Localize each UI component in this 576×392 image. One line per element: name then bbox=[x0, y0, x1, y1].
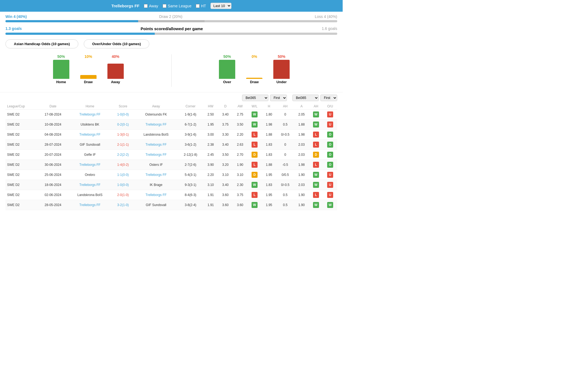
cell-ah2: D bbox=[309, 150, 323, 160]
cell-home: Gefle IF bbox=[68, 150, 112, 160]
home-team-link[interactable]: Trelleborgs FF bbox=[79, 113, 101, 116]
wdl-section: Win 4 (40%) Draw 2 (20%) Loss 4 (40%) bbox=[0, 12, 343, 24]
home-team-link[interactable]: Trelleborgs FF bbox=[79, 163, 101, 167]
ht-checkbox[interactable] bbox=[196, 4, 200, 8]
loss-label: Loss 4 (40%) bbox=[315, 14, 337, 19]
cell-score: 1-3(0-1) bbox=[112, 130, 134, 140]
col-hw: HW bbox=[203, 103, 218, 110]
away-checkbox-label[interactable]: Away bbox=[144, 4, 158, 8]
cell-corner: 2-12(1-8) bbox=[178, 150, 203, 160]
cell-league: SWE D2 bbox=[5, 170, 38, 180]
col-ah2: AH bbox=[309, 103, 323, 110]
cell-away: GIF Sundsvall bbox=[134, 200, 178, 210]
col-away: Away bbox=[134, 103, 178, 110]
score-text: 0-2(0-1) bbox=[117, 123, 129, 126]
chart-pct: 10% bbox=[85, 54, 92, 59]
table-body: SWE D2 17-08-2024 Trelleborgs FF 1-0(0-0… bbox=[5, 110, 337, 210]
away-team-link[interactable]: Trelleborgs FF bbox=[145, 193, 167, 197]
away-checkbox[interactable] bbox=[144, 4, 148, 8]
cell-ah: 0 bbox=[276, 150, 294, 160]
ou-badge: O bbox=[327, 152, 333, 158]
away-team-link[interactable]: Trelleborgs FF bbox=[145, 143, 167, 147]
col-corner: Corner bbox=[178, 103, 203, 110]
wl-badge: D bbox=[252, 152, 258, 158]
wl-badge: D bbox=[252, 172, 258, 178]
col-ah: AH bbox=[276, 103, 294, 110]
cell-ah2: L bbox=[309, 160, 323, 170]
cell-d: 3.40 bbox=[218, 110, 233, 120]
left-half-dropdown[interactable]: First Full bbox=[270, 95, 287, 101]
chart-bar bbox=[53, 60, 69, 79]
cell-score: 2-2(2-2) bbox=[112, 150, 134, 160]
cell-home: Trelleborgs FF bbox=[68, 130, 112, 140]
home-team-link[interactable]: Trelleborgs FF bbox=[79, 133, 101, 136]
cell-hw: 2.45 bbox=[203, 150, 218, 160]
same-league-checkbox[interactable] bbox=[163, 4, 166, 8]
cell-corner: 3-9(1-6) bbox=[178, 130, 203, 140]
ht-label: HT bbox=[201, 4, 206, 8]
cell-away: Landskrona BoIS bbox=[134, 130, 178, 140]
goals-allowed-bar bbox=[155, 33, 337, 35]
cell-ou: U bbox=[323, 120, 337, 130]
chart-pct: 50% bbox=[278, 54, 285, 59]
same-league-checkbox-label[interactable]: Same League bbox=[163, 4, 191, 8]
ou-badge: O bbox=[327, 162, 333, 168]
ah2-badge: W bbox=[313, 111, 319, 117]
ou-games: (10 games) bbox=[122, 42, 141, 46]
cell-hw: 2.20 bbox=[203, 170, 218, 180]
ou-badge: U bbox=[327, 192, 333, 198]
goals-center-title: Points scored/allowed per game bbox=[141, 26, 203, 31]
draw-bar bbox=[138, 20, 205, 22]
left-bookmaker-dropdown[interactable]: Bet365 William Hill bbox=[242, 95, 268, 101]
ou-odds-button[interactable]: Over/Under Odds (10 games) bbox=[84, 39, 149, 48]
cell-hw: 1.95 bbox=[203, 120, 218, 130]
cell-home: Trelleborgs FF bbox=[68, 180, 112, 190]
ah-odds-button[interactable]: Asian Handicap Odds (10 games) bbox=[5, 39, 78, 48]
chart-item-home: 50% Home bbox=[53, 54, 69, 84]
cell-corner: 1-9(1-6) bbox=[178, 110, 203, 120]
away-team-link[interactable]: Trelleborgs FF bbox=[145, 153, 167, 157]
cell-score: 0-2(0-1) bbox=[112, 120, 134, 130]
cell-away: Osters IF bbox=[134, 160, 178, 170]
cell-corner: 5-4(3-1) bbox=[178, 170, 203, 180]
cell-a: 2.05 bbox=[294, 110, 309, 120]
cell-score: 3-2(1-0) bbox=[112, 200, 134, 210]
cell-ah2: L bbox=[309, 140, 323, 150]
ou-chart-group: 50% Over 0% Draw 50% Under bbox=[172, 54, 337, 87]
score-text: 2-0(1-0) bbox=[117, 193, 129, 197]
ht-checkbox-label[interactable]: HT bbox=[196, 4, 206, 8]
right-half-dropdown[interactable]: First Full bbox=[320, 95, 337, 101]
cell-ah2: L bbox=[309, 130, 323, 140]
ah-chart-group: 50% Home 10% Draw 40% Away bbox=[5, 54, 172, 87]
home-team-link[interactable]: Trelleborgs FF bbox=[79, 183, 101, 187]
right-bookmaker-dropdown[interactable]: Bet365 William Hill bbox=[292, 95, 319, 101]
cell-away: Trelleborgs FF bbox=[134, 140, 178, 150]
col-d: D bbox=[218, 103, 233, 110]
cell-date: 02-06-2024 bbox=[38, 190, 68, 200]
home-team-link[interactable]: Trelleborgs FF bbox=[79, 203, 101, 207]
table-row: SWE D2 20-07-2024 Gefle IF 2-2(2-2) Trel… bbox=[5, 150, 337, 160]
cell-wl: L bbox=[247, 140, 262, 150]
away-team: Landskrona BoIS bbox=[144, 133, 169, 136]
cell-h: 1.88 bbox=[262, 130, 276, 140]
table-row: SWE D2 02-06-2024 Landskrona BoIS 2-0(1-… bbox=[5, 190, 337, 200]
cell-ah2: L bbox=[309, 190, 323, 200]
cell-aw: 3.60 bbox=[233, 200, 247, 210]
cell-d: 3.30 bbox=[218, 130, 233, 140]
score-text: 1-3(0-1) bbox=[117, 133, 129, 136]
cell-d: 3.60 bbox=[218, 190, 233, 200]
wl-badge: L bbox=[252, 192, 258, 198]
loss-bar bbox=[205, 20, 337, 22]
away-team-link[interactable]: Trelleborgs FF bbox=[145, 173, 167, 177]
chart-item-under: 50% Under bbox=[273, 54, 290, 84]
col-wl: W/L bbox=[247, 103, 262, 110]
last-n-dropdown[interactable]: Last 10 Last 20 All bbox=[210, 3, 231, 9]
away-team-link[interactable]: Trelleborgs FF bbox=[145, 123, 167, 126]
cell-ah2: W bbox=[309, 120, 323, 130]
table-section: Bet365 William Hill First Full Bet365 Wi… bbox=[0, 92, 343, 210]
score-text: 3-2(1-0) bbox=[117, 203, 129, 207]
cell-aw: 3.10 bbox=[233, 170, 247, 180]
cell-wl: D bbox=[247, 150, 262, 160]
cell-wl: L bbox=[247, 160, 262, 170]
goals-left: 1.3 goals bbox=[5, 26, 22, 31]
